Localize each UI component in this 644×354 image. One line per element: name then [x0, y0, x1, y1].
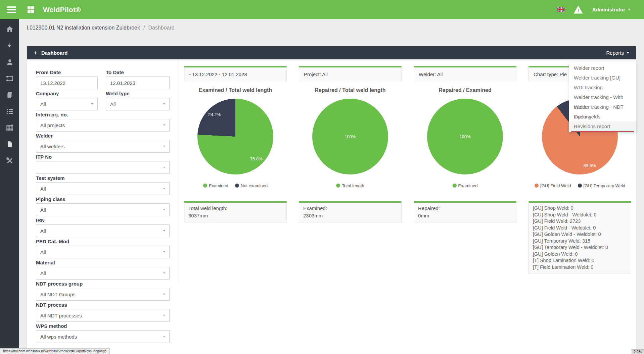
pie-slice-label: 89.6% [584, 163, 596, 168]
filter-label: Company [36, 91, 98, 96]
reports-button-label: Reports [606, 50, 624, 56]
to-date-input[interactable]: 12.01.2023 [106, 77, 170, 89]
uk-flag-icon[interactable] [557, 7, 564, 12]
legend-item[interactable]: Examined [453, 183, 478, 188]
browser-status-url: https://bnedam.websonik.nl/weldpilot/?re… [0, 348, 110, 354]
table-grid-icon [6, 124, 14, 132]
legend-item[interactable]: Total length [336, 183, 364, 188]
chevron-down-icon [163, 103, 165, 105]
menu-item-wdi-tracking[interactable]: WDI tracking [569, 83, 636, 92]
company-select[interactable]: All [36, 98, 98, 110]
summary-line: [GU] Golden Weld - Weldolet: 0 [533, 231, 627, 238]
sidebar-item-objects[interactable] [0, 70, 19, 87]
legend-dot-total-length [336, 184, 340, 188]
legend-dot-examined [203, 184, 207, 188]
menu-active-underline [571, 131, 634, 132]
sidebar-item-home[interactable] [0, 21, 19, 37]
legend-item[interactable]: [GU] Field Weld [535, 183, 571, 188]
filter-label: IRN [36, 217, 170, 223]
app-grid-icon[interactable] [28, 6, 34, 13]
ndt-process-select[interactable]: All NDT processes [36, 309, 170, 322]
pie-slice-label: 24.2% [208, 112, 221, 117]
pie-slice-label: 100% [459, 134, 470, 139]
legend-item[interactable]: Not examined [235, 183, 268, 188]
sidebar-item-activity[interactable] [0, 37, 19, 54]
warning-icon[interactable] [574, 6, 583, 14]
sidebar-item-list[interactable] [0, 103, 19, 119]
intern-prj-no-select[interactable]: All projects [36, 119, 170, 132]
piping-class-select[interactable]: All [36, 203, 170, 216]
breadcrumb-project-link[interactable]: I.012900.01 N2 installation extension Zu… [27, 25, 140, 31]
breadcrumb-separator: / [143, 25, 145, 31]
legend-dot-temporary-weld [578, 184, 582, 188]
panel-header: Dashboard Reports [27, 46, 636, 59]
breadcrumb-current-page: Dashboard [148, 25, 174, 31]
stat-label: Examined: [303, 205, 397, 212]
stat-label: Repaired: [418, 205, 512, 212]
filter-label: To Date [106, 69, 170, 75]
summary-line: [T] Shop Lamination Weld: 0 [533, 257, 627, 264]
from-date-input[interactable]: 13.12.2022 [36, 77, 98, 89]
sidebar-item-library[interactable] [0, 87, 19, 103]
sidebar-item-documents[interactable] [0, 136, 19, 152]
material-value: All [40, 270, 46, 276]
menu-item-welder-tracking-with-tracer[interactable]: Welder tracking - With tracer [569, 92, 636, 102]
summary-line: [GU] Shop Weld: 0 [533, 205, 627, 212]
chevron-down-icon [163, 188, 165, 189]
hamburger-menu-icon[interactable] [7, 5, 16, 14]
legend-dot-not-examined [235, 184, 239, 188]
legend-dot-field-weld [535, 184, 539, 188]
chart-column-date-range: - 13.12.2022 - 12.01.2023 Examined / Tot… [184, 66, 287, 282]
ped-cat-mod-select[interactable]: All [36, 246, 170, 258]
chevron-down-icon [163, 336, 165, 337]
chart-title: Repaired / Examined [414, 87, 516, 94]
bolt-icon [7, 42, 11, 48]
list-icon [6, 107, 14, 115]
material-select[interactable]: All [36, 267, 170, 280]
charts-region: - 13.12.2022 - 12.01.2023 Examined / Tot… [179, 59, 633, 282]
menu-item-revisions-report[interactable]: Revisions report [569, 121, 636, 131]
irn-value: All [40, 228, 46, 234]
menu-item-welder-report[interactable]: Welder report [569, 63, 636, 73]
wps-method-select[interactable]: All wps methods [36, 330, 170, 343]
summary-line: [T] Field Lamination Weld: 0 [533, 264, 627, 271]
stat-card-examined: Examined: 2303mm [299, 201, 402, 222]
welder-select[interactable]: All welders [36, 140, 170, 153]
test-system-select[interactable]: All [36, 182, 170, 195]
legend-item[interactable]: [GU] Temporary Weld [578, 183, 626, 188]
menu-item-open-welds[interactable]: Open welds [569, 112, 636, 121]
sidebar-item-table[interactable] [0, 119, 19, 136]
chevron-down-icon [163, 251, 165, 253]
menu-item-welder-tracking-gu[interactable]: Welder tracking [GU] [569, 73, 636, 83]
user-menu[interactable]: Administrator [592, 7, 631, 12]
reports-button[interactable]: Reports [606, 50, 629, 56]
ndt-process-group-select[interactable]: All NDT Groups [36, 288, 170, 301]
filter-label: Material [36, 260, 170, 265]
chevron-down-icon [163, 124, 165, 126]
legend-item[interactable]: Examined [203, 183, 228, 188]
dashboard-panel: Dashboard Reports Welder report Welder t… [27, 46, 636, 354]
chart-legend: Examined Not examined [184, 183, 287, 188]
filter-label: ITP No [36, 154, 170, 160]
filter-label: WPS method [36, 323, 170, 329]
chevron-down-icon [163, 272, 165, 274]
summary-line: [GU] Shop Weld - Weldolet: 0 [533, 212, 627, 218]
file-icon [6, 141, 13, 148]
legend-label: Examined [209, 183, 228, 188]
chevron-down-icon [163, 209, 165, 210]
menu-item-welder-tracking-ndt-tracking[interactable]: Welder tracking - NDT tracking [569, 102, 636, 112]
pie-chart-examined-total[interactable]: 75.8%24.2% [197, 99, 273, 174]
weld-type-select[interactable]: All [106, 98, 170, 110]
pie-slice-label: 75.8% [250, 156, 263, 161]
chart-header-date-range: - 13.12.2022 - 12.01.2023 [184, 66, 287, 81]
chevron-down-icon [163, 167, 165, 168]
legend-dot-examined [453, 184, 457, 188]
test-system-value: All [40, 186, 46, 192]
chart-title: Examined / Total weld length [184, 87, 287, 94]
itp-no-select[interactable] [36, 161, 170, 174]
sidebar-item-tools[interactable] [0, 152, 19, 169]
sidebar-item-users[interactable] [0, 54, 19, 70]
irn-select[interactable]: All [36, 224, 170, 237]
pie-chart-repaired-examined[interactable]: 100% [427, 99, 503, 174]
pie-chart-repaired-total[interactable]: 100% [312, 99, 388, 174]
